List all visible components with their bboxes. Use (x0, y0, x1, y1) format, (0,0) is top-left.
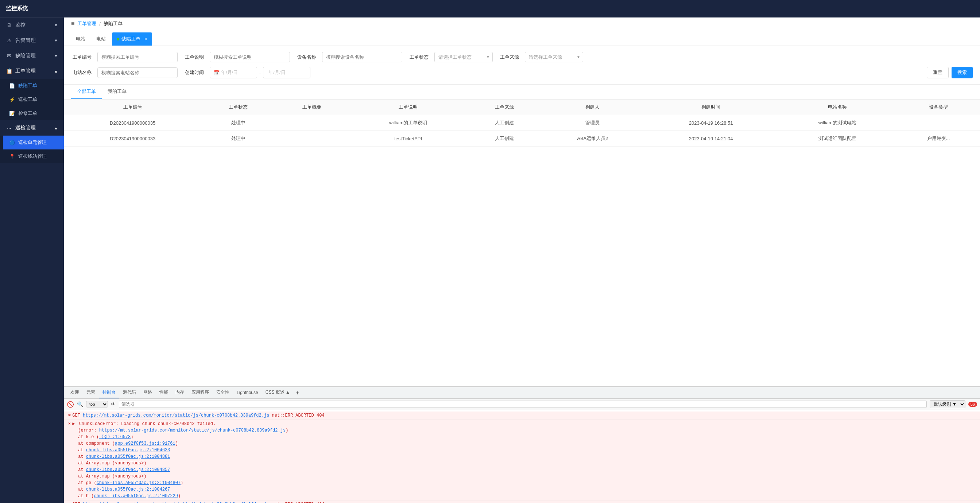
date-start-input[interactable]: 📅 年/月/日 (210, 67, 257, 78)
tab-station-2-label: 电站 (96, 36, 106, 41)
date-end-input[interactable]: 年/月/日 (263, 67, 310, 78)
devtools-tab-security[interactable]: 安全性 (213, 387, 233, 398)
sidebar-item-repair-work-order-label: 检修工单 (18, 110, 37, 117)
content-wrapper: ≡ 工单管理 / 缺陷工单 电站 电站 缺陷工单 ✕ (64, 17, 980, 503)
devtools-tab-elements[interactable]: 元素 (83, 387, 99, 398)
col-work-order-no: 工单编号 (64, 100, 201, 115)
work-order-table: 工单编号 工单状态 工单概要 工单说明 工单来源 创建人 创建时间 电站名称 设… (64, 100, 980, 146)
console-link-4[interactable]: app.e92f0f53.js:1:91761 (115, 441, 175, 446)
devtools-tab-performance[interactable]: 性能 (156, 387, 172, 398)
tab-station-1[interactable]: 电站 (71, 32, 90, 46)
console-link-8[interactable]: chunk-libs.a055f0ac.js:2:1004807 (97, 481, 181, 486)
patrol-mgmt-icon: ··· (6, 125, 13, 131)
devtools-tab-application[interactable]: 应用程序 (188, 387, 213, 398)
sidebar-item-work-order[interactable]: 📋 工单管理 ▲ (0, 63, 64, 79)
alert-icon: ⚠ (6, 38, 13, 43)
sidebar-item-patrol-mgmt[interactable]: ··· 巡检管理 ▲ (0, 120, 64, 136)
sidebar-item-route-station[interactable]: 📍 巡检线站管理 (3, 149, 64, 163)
console-link-9[interactable]: chunk-libs.a055f0ac.js:2:1004267 (86, 487, 170, 492)
device-name-input[interactable] (322, 52, 402, 62)
created-time-label: 创建时间 (183, 69, 204, 76)
devtools-panel: 欢迎 元素 控制台 源代码 网络 性能 内存 应用程序 安全性 Lighthou… (64, 386, 980, 503)
console-link-3[interactable]: 《引》:1:6573 (99, 435, 130, 440)
devtools-eye-icon[interactable]: 👁 (111, 401, 116, 407)
date-separator: - (259, 70, 261, 75)
work-order-source-select[interactable]: 请选择工单来源 (525, 52, 583, 62)
devtools-filter-icon[interactable]: 🔍 (77, 401, 83, 407)
table-cell-7: 测试运维团队配置 (778, 131, 897, 146)
station-name-input[interactable] (97, 67, 178, 78)
console-link-2[interactable]: https://mt.solar-grids.com/monitor/stati… (99, 428, 286, 433)
sidebar-item-patrol-unit[interactable]: 🔵 巡检单元管理 (3, 136, 64, 149)
patrol-unit-icon: 🔵 (9, 140, 15, 146)
col-device-type: 设备类型 (897, 100, 980, 115)
breadcrumb-work-order[interactable]: 工单管理 (77, 21, 96, 27)
work-order-no-input[interactable] (97, 52, 178, 62)
sidebar-item-monitor[interactable]: 🖥 监控 ▼ (0, 17, 64, 33)
inner-tabs: 全部工单 我的工单 (64, 84, 980, 100)
devtools-level-select[interactable]: top (86, 401, 108, 408)
devtools-add-tab[interactable]: + (294, 389, 301, 397)
inner-tab-all[interactable]: 全部工单 (71, 84, 102, 99)
table-row[interactable]: D2023041900000035处理中william的工单说明人工创建管理员2… (64, 115, 980, 131)
console-toggle-1[interactable]: ▶ (72, 421, 75, 427)
sidebar-item-defect-work-order[interactable]: 📄 缺陷工单 (3, 79, 64, 93)
inner-tab-mine[interactable]: 我的工单 (102, 84, 132, 99)
tab-close-icon[interactable]: ✕ (144, 37, 147, 41)
work-order-desc-input[interactable] (210, 52, 290, 62)
work-order-source-wrapper: 请选择工单来源 (525, 52, 583, 62)
sidebar-item-repair-work-order[interactable]: 📝 检修工单 (3, 106, 64, 120)
monitor-arrow: ▼ (54, 23, 58, 27)
console-link-1[interactable]: https://mt.solar-grids.com/monitor/stati… (83, 413, 269, 418)
devtools-tab-console[interactable]: 控制台 (99, 387, 119, 398)
station-name-label: 电站名称 (71, 69, 92, 76)
col-desc: 工单说明 (349, 100, 468, 115)
sidebar-item-alert[interactable]: ⚠ 告警管理 ▼ (0, 33, 64, 48)
tab-station-2[interactable]: 电站 (92, 32, 110, 46)
table-cell-0: D2023041900000033 (64, 131, 201, 146)
breadcrumb-defect-work-order: 缺陷工单 (103, 21, 123, 27)
sidebar-item-patrol-mgmt-label: 巡检管理 (15, 125, 36, 131)
calendar-icon-start: 📅 (214, 70, 220, 75)
devtools-filter-input[interactable] (119, 401, 927, 408)
console-link-7[interactable]: chunk-libs.a055f0ac.js:2:1004857 (86, 467, 170, 472)
sidebar-item-patrol-work-order[interactable]: ⚡ 巡检工单 (3, 93, 64, 106)
devtools-clear-icon[interactable]: 🚫 (67, 401, 74, 408)
devtools-tab-css[interactable]: CSS 概述 ▲ (262, 387, 294, 398)
devtools-tab-memory[interactable]: 内存 (172, 387, 188, 398)
search-button[interactable]: 搜索 (951, 67, 973, 78)
date-end-placeholder: 年/月/日 (269, 69, 285, 76)
devtools-tab-sources[interactable]: 源代码 (119, 387, 140, 398)
console-link-6[interactable]: chunk-libs.a055f0ac.js:2:1004881 (86, 454, 170, 459)
work-order-source-label: 工单来源 (499, 54, 519, 60)
breadcrumb-menu-icon[interactable]: ≡ (71, 21, 75, 27)
tab-defect-work-order[interactable]: 缺陷工单 ✕ (112, 32, 152, 46)
date-start-placeholder: 年/月/日 (221, 69, 238, 76)
sidebar: 🖥 监控 ▼ ⚠ 告警管理 ▼ ✉ 缺陷管理 ▼ 📋 工单管理 ▲ � (0, 17, 64, 503)
tab-active-dot (117, 38, 119, 40)
sidebar-item-alert-label: 告警管理 (15, 37, 36, 44)
console-link-10[interactable]: chunk-libs.a055f0ac.js:2:1007229 (94, 493, 178, 498)
work-order-status-label: 工单状态 (408, 54, 428, 60)
repair-work-order-icon: 📝 (9, 111, 15, 116)
table-cell-8: 户用逆变... (897, 131, 980, 146)
devtools-tab-lighthouse[interactable]: Lighthouse (233, 388, 262, 398)
reset-button[interactable]: 重置 (927, 67, 949, 78)
work-order-status-select[interactable]: 请选择工单状态 (434, 52, 493, 62)
console-error-2-content: GET https://mt.solar-grids.com/monitor/s… (72, 501, 975, 503)
devtools-tab-network[interactable]: 网络 (140, 387, 156, 398)
table-row[interactable]: D2023041900000033处理中testTicketAPI人工创建ABA… (64, 131, 980, 146)
patrol-mgmt-arrow: ▲ (54, 126, 58, 130)
table-cell-4: 人工创建 (468, 115, 541, 131)
devtools-tab-welcome[interactable]: 欢迎 (67, 387, 83, 398)
col-creator: 创建人 (541, 100, 644, 115)
sidebar-item-monitor-label: 监控 (15, 22, 25, 29)
tab-station-1-label: 电站 (76, 36, 85, 41)
console-link-5[interactable]: chunk-libs.a055f0ac.js:2:1004633 (86, 447, 170, 453)
table-cell-2 (275, 131, 349, 146)
defect-arrow: ▼ (54, 54, 58, 58)
sidebar-item-defect[interactable]: ✉ 缺陷管理 ▼ (0, 48, 64, 63)
devtools-level-dropdown[interactable]: 默认级别 ▼ (930, 400, 966, 408)
table-cell-2 (275, 115, 349, 131)
work-order-icon: 📋 (6, 68, 13, 74)
